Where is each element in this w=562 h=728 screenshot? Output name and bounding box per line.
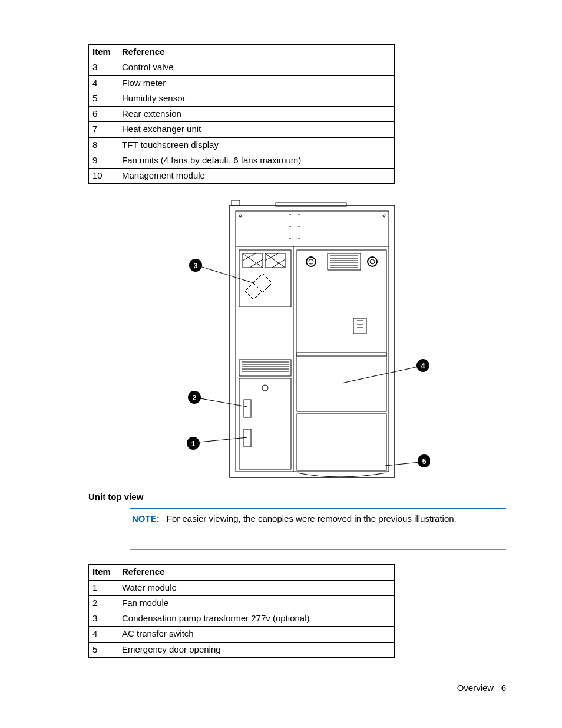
svg-rect-49 [244, 400, 251, 417]
cell-item: 4 [89, 627, 118, 642]
callout-2-label: 2 [192, 394, 196, 402]
callout-3-label: 3 [193, 262, 197, 270]
note-label: NOTE: [132, 513, 160, 523]
svg-rect-40 [297, 414, 386, 470]
reference-table-2: Item Reference 1Water module 2Fan module… [88, 564, 395, 658]
svg-line-55 [199, 437, 247, 442]
table-row: 9Fan units (4 fans by default, 6 fans ma… [89, 153, 395, 168]
col-ref-header: Reference [118, 45, 395, 60]
cell-item: 5 [89, 91, 118, 106]
cell-item: 3 [89, 611, 118, 627]
cell-ref: TFT touchscreen display [118, 137, 395, 153]
cell-ref: Rear extension [118, 107, 395, 122]
cell-ref: Water module [118, 580, 395, 595]
footer-section: Overview [457, 683, 494, 693]
reference-table-1: Item Reference 3Control valve 4Flow mete… [88, 44, 395, 184]
cell-ref: Humidity sensor [118, 91, 395, 106]
cell-item: 3 [89, 60, 118, 75]
table-row: 10Management module [89, 169, 395, 184]
cell-item: 4 [89, 75, 118, 91]
section-heading: Unit top view [88, 492, 506, 502]
col-ref-header: Reference [118, 565, 395, 580]
callout-4-label: 4 [421, 362, 425, 370]
table-row: 4AC transfer switch [89, 627, 395, 642]
note-block: NOTE: For easier viewing, the canopies w… [130, 508, 506, 550]
cell-item: 6 [89, 107, 118, 122]
svg-line-59 [385, 462, 419, 466]
cell-item: 9 [89, 153, 118, 168]
callout-1-label: 1 [191, 440, 195, 448]
unit-top-view-diagram: 3 2 1 4 5 [88, 195, 506, 483]
diagram-svg: 3 2 1 4 5 [165, 195, 430, 483]
svg-rect-1 [232, 200, 240, 205]
cell-item: 8 [89, 137, 118, 153]
cell-ref: AC transfer switch [118, 627, 395, 642]
svg-line-53 [200, 398, 247, 407]
cell-item: 5 [89, 642, 118, 657]
table-row: 5Humidity sensor [89, 91, 395, 106]
svg-rect-23 [297, 250, 386, 411]
svg-line-51 [200, 266, 253, 283]
page-footer: Overview 6 [457, 683, 506, 693]
table-row: 2Fan module [89, 595, 395, 611]
svg-point-4 [239, 215, 242, 217]
svg-point-25 [309, 259, 313, 264]
note-text: For easier viewing, the canopies were re… [167, 513, 457, 523]
svg-rect-0 [230, 205, 395, 477]
svg-rect-50 [244, 429, 251, 447]
svg-point-48 [262, 385, 268, 391]
cell-item: 2 [89, 595, 118, 611]
svg-point-26 [368, 257, 377, 266]
table-row: 5Emergency door opening [89, 642, 395, 657]
table-header-row: Item Reference [89, 565, 395, 580]
cell-ref: Emergency door opening [118, 642, 395, 657]
cell-item: 10 [89, 169, 118, 184]
page: Item Reference 3Control valve 4Flow mete… [0, 0, 562, 728]
svg-point-24 [306, 257, 316, 266]
col-item-header: Item [89, 45, 118, 60]
callout-5-label: 5 [422, 457, 426, 466]
svg-point-27 [370, 259, 375, 264]
cell-ref: Control valve [118, 60, 395, 75]
cell-ref: Flow meter [118, 75, 395, 91]
table-row: 4Flow meter [89, 75, 395, 91]
table-row: 1Water module [89, 580, 395, 595]
cell-ref: Management module [118, 169, 395, 184]
col-item-header: Item [89, 565, 118, 580]
cell-item: 1 [89, 580, 118, 595]
footer-page-number: 6 [501, 683, 506, 693]
table-row: 3Control valve [89, 60, 395, 75]
table-row: 8TFT touchscreen display [89, 137, 395, 153]
svg-rect-47 [239, 378, 291, 469]
svg-point-5 [383, 215, 385, 217]
cell-item: 7 [89, 122, 118, 137]
table-row: 7Heat exchanger unit [89, 122, 395, 137]
svg-line-57 [342, 367, 418, 383]
cell-ref: Fan module [118, 595, 395, 611]
table-row: 3Condensation pump transformer 277v (opt… [89, 611, 395, 627]
cell-ref: Fan units (4 fans by default, 6 fans max… [118, 153, 395, 168]
cell-ref: Condensation pump transformer 277v (opti… [118, 611, 395, 627]
table-header-row: Item Reference [89, 45, 395, 60]
table-row: 6Rear extension [89, 107, 395, 122]
svg-rect-2 [276, 203, 346, 206]
cell-ref: Heat exchanger unit [118, 122, 395, 137]
svg-rect-39 [297, 353, 386, 356]
